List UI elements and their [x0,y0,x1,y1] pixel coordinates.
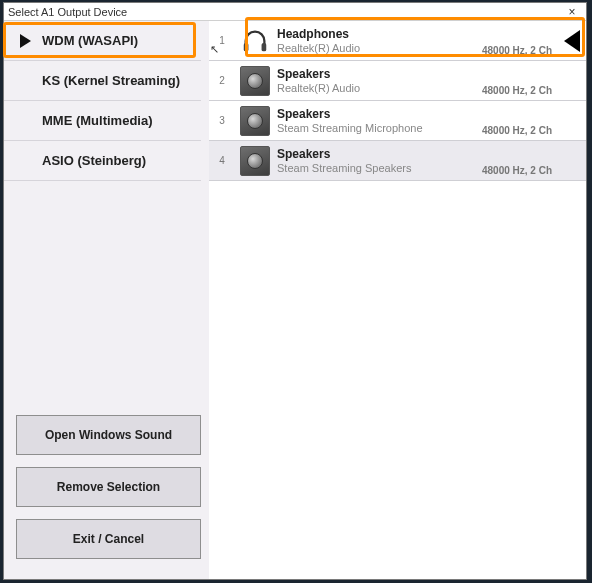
device-sub: Steam Streaming Speakers [277,162,466,175]
driver-list: WDM (WASAPI) KS (Kernel Streaming) MME (… [4,21,201,181]
speaker-icon [235,61,275,100]
driver-item-wdm[interactable]: WDM (WASAPI) [4,21,201,61]
device-meta: 48000 Hz, 2 Ch [466,141,558,180]
device-name: Speakers [277,108,466,122]
driver-item-asio[interactable]: ASIO (Steinberg) [4,141,201,181]
driver-label: KS (Kernel Streaming) [42,73,180,88]
triangle-left-icon [564,30,580,52]
titlebar: Select A1 Output Device × [4,3,586,21]
headphones-icon [235,21,275,60]
svg-rect-1 [262,42,267,50]
content-area: WDM (WASAPI) KS (Kernel Streaming) MME (… [4,21,586,579]
device-sub: Realtek(R) Audio [277,82,466,95]
device-meta: 48000 Hz, 2 Ch [466,101,558,140]
device-index: 2 [209,61,235,100]
close-button[interactable]: × [562,5,582,19]
device-text: Speakers Steam Streaming Speakers [275,141,466,180]
device-arrow-placeholder [558,141,586,180]
device-row-speakers-realtek[interactable]: 2 Speakers Realtek(R) Audio 48000 Hz, 2 … [209,61,586,101]
driver-item-mme[interactable]: MME (Multimedia) [4,101,201,141]
device-selected-arrow [558,21,586,60]
device-name: Speakers [277,148,466,162]
button-label: Open Windows Sound [45,428,172,442]
device-arrow-placeholder [558,61,586,100]
exit-cancel-button[interactable]: Exit / Cancel [16,519,201,559]
open-windows-sound-button[interactable]: Open Windows Sound [16,415,201,455]
window-title: Select A1 Output Device [8,6,127,18]
cursor-icon: ↖ [210,43,219,56]
device-row-steam-speakers[interactable]: 4 Speakers Steam Streaming Speakers 4800… [209,141,586,181]
left-spacer [4,181,201,409]
speaker-icon [235,101,275,140]
driver-label: WDM (WASAPI) [42,33,138,48]
device-text: Speakers Steam Streaming Microphone [275,101,466,140]
device-row-headphones[interactable]: 1 Headphones Realtek(R) Audio 48000 Hz, … [209,21,586,61]
device-arrow-placeholder [558,101,586,140]
device-sub: Steam Streaming Microphone [277,122,466,135]
button-label: Remove Selection [57,480,160,494]
device-row-steam-mic[interactable]: 3 Speakers Steam Streaming Microphone 48… [209,101,586,141]
svg-rect-0 [244,42,249,50]
play-icon [20,34,31,48]
device-sub: Realtek(R) Audio [277,42,466,55]
dialog-window: Select A1 Output Device × WDM (WASAPI) K… [3,2,587,580]
device-meta: 48000 Hz, 2 Ch [466,61,558,100]
remove-selection-button[interactable]: Remove Selection [16,467,201,507]
driver-item-ks[interactable]: KS (Kernel Streaming) [4,61,201,101]
device-meta: 48000 Hz, 2 Ch [466,21,558,60]
driver-panel: WDM (WASAPI) KS (Kernel Streaming) MME (… [4,21,209,579]
driver-label: ASIO (Steinberg) [42,153,146,168]
device-name: Speakers [277,68,466,82]
device-text: Speakers Realtek(R) Audio [275,61,466,100]
button-label: Exit / Cancel [73,532,144,546]
device-index: 3 [209,101,235,140]
device-name: Headphones [277,28,466,42]
device-text: Headphones Realtek(R) Audio [275,21,466,60]
driver-label: MME (Multimedia) [42,113,153,128]
device-list: 1 Headphones Realtek(R) Audio 48000 Hz, … [209,21,586,579]
speaker-icon [235,141,275,180]
device-index: 4 [209,141,235,180]
